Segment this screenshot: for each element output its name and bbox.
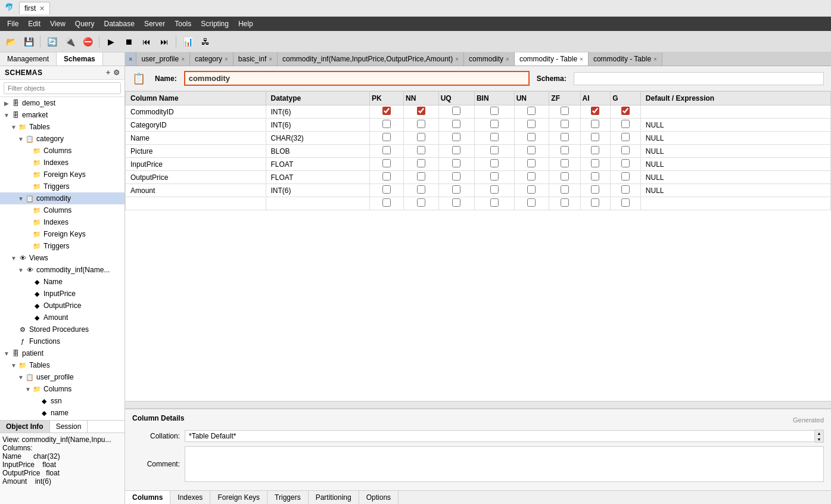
- toolbar-stop-btn[interactable]: ⏹: [120, 34, 137, 49]
- collation-input[interactable]: [185, 430, 815, 442]
- toolbar-connect-btn[interactable]: 🔌: [61, 34, 78, 49]
- panel-tab-schemas[interactable]: Schemas: [57, 52, 103, 66]
- tree-item[interactable]: ▼📁Columns: [0, 383, 125, 395]
- doc-tab-close[interactable]: ×: [269, 56, 272, 63]
- toolbar-schema-btn[interactable]: 🖧: [197, 34, 214, 49]
- tree-item[interactable]: ▼🗄emarket: [0, 109, 125, 121]
- doc-tab-1[interactable]: user_profile×: [136, 52, 190, 66]
- panel-tab-management[interactable]: Management: [0, 52, 57, 66]
- menu-view[interactable]: View: [45, 18, 70, 29]
- tree-item[interactable]: ▼📋user_profile: [0, 371, 125, 383]
- table-row[interactable]: AmountINT(6)NULL: [126, 184, 831, 197]
- tree-item[interactable]: 📁Columns: [0, 145, 125, 157]
- toolbar-next-btn[interactable]: ⏭: [156, 34, 173, 49]
- comment-textarea[interactable]: [185, 446, 824, 482]
- doc-tab-close[interactable]: ×: [653, 56, 657, 63]
- horizontal-scrollbar[interactable]: [125, 401, 831, 408]
- table-row[interactable]: [126, 197, 831, 210]
- table-row[interactable]: CategoryIDINT(6)NULL: [126, 119, 831, 132]
- tree-item[interactable]: ▼👁Views: [0, 252, 125, 264]
- tree-toggle[interactable]: ▼: [10, 362, 18, 369]
- tree-item[interactable]: ▼📁Tables: [0, 121, 125, 133]
- doc-tab-close[interactable]: ×: [225, 56, 228, 63]
- menu-query[interactable]: Query: [70, 18, 99, 29]
- tree-item[interactable]: ⚙Stored Procedures: [0, 323, 125, 335]
- tree-item[interactable]: ▶🗄demo_test: [0, 97, 125, 109]
- tree-item[interactable]: ◆ssn: [0, 395, 125, 407]
- editor-tab-options[interactable]: Options: [359, 491, 399, 504]
- menu-database[interactable]: Database: [99, 18, 139, 29]
- menu-scripting[interactable]: Scripting: [196, 18, 234, 29]
- bottom-tab-session[interactable]: Session: [50, 421, 88, 433]
- editor-tab-foreign-keys[interactable]: Foreign Keys: [210, 491, 267, 504]
- tree-item[interactable]: ▼📋category: [0, 133, 125, 145]
- toolbar-refresh-btn[interactable]: 🔄: [43, 34, 60, 49]
- tree-item[interactable]: ƒFunctions: [0, 335, 125, 347]
- tree-toggle[interactable]: ▼: [2, 350, 11, 357]
- schema-input[interactable]: [574, 72, 824, 85]
- editor-tab-triggers[interactable]: Triggers: [267, 491, 309, 504]
- menu-help[interactable]: Help: [234, 18, 258, 29]
- collation-down[interactable]: ▼: [815, 436, 823, 442]
- toolbar-disconnect-btn[interactable]: ⛔: [79, 34, 96, 49]
- window-tab-close[interactable]: ✕: [39, 5, 45, 13]
- tree-item[interactable]: 📁Indexes: [0, 157, 125, 169]
- toolbar-open-btn[interactable]: 📂: [2, 34, 19, 49]
- name-input[interactable]: [184, 71, 530, 86]
- doc-tab-4[interactable]: commodity_inf(Name,InputPrice,OutputPric…: [278, 52, 464, 66]
- menu-tools[interactable]: Tools: [170, 18, 196, 29]
- doc-tab-2[interactable]: category×: [190, 52, 234, 66]
- tree-item[interactable]: ▼🗄patient: [0, 347, 125, 359]
- tree-item[interactable]: ◆OutputPrice: [0, 300, 125, 312]
- toolbar-prev-btn[interactable]: ⏮: [138, 34, 155, 49]
- tree-item[interactable]: ▼👁commodity_inf(Name...: [0, 264, 125, 276]
- tree-toggle[interactable]: ▶: [2, 100, 11, 107]
- tree-item[interactable]: 📁Indexes: [0, 216, 125, 228]
- tree-item[interactable]: ▼📋commodity: [0, 192, 125, 204]
- doc-tab-close[interactable]: ×: [181, 56, 185, 63]
- editor-tab-indexes[interactable]: Indexes: [170, 491, 210, 504]
- tree-item[interactable]: ◆Name: [0, 276, 125, 288]
- menu-server[interactable]: Server: [139, 18, 170, 29]
- doc-tab-close[interactable]: ×: [455, 56, 459, 63]
- tree-item[interactable]: ▼📁Tables: [0, 359, 125, 371]
- editor-tab-partitioning[interactable]: Partitioning: [309, 491, 359, 504]
- table-row[interactable]: NameCHAR(32)NULL: [126, 132, 831, 145]
- tree-toggle[interactable]: ▼: [24, 386, 32, 393]
- tree-toggle[interactable]: ▼: [17, 374, 25, 381]
- toolbar-save-btn[interactable]: 💾: [20, 34, 37, 49]
- tree-toggle[interactable]: ▼: [10, 124, 18, 130]
- doc-tab-5[interactable]: commodity×: [464, 52, 515, 66]
- doc-tab-6[interactable]: commodity - Table×: [515, 52, 589, 66]
- table-row[interactable]: InputPriceFLOATNULL: [126, 158, 831, 171]
- tree-item[interactable]: 📁Foreign Keys: [0, 169, 125, 181]
- menu-edit[interactable]: Edit: [23, 18, 45, 29]
- doc-tab-close[interactable]: ×: [506, 56, 509, 63]
- tree-toggle[interactable]: ▼: [10, 255, 18, 262]
- doc-tab-0[interactable]: ×: [125, 52, 136, 66]
- toolbar-table-btn[interactable]: 📊: [179, 34, 196, 49]
- tree-item[interactable]: 📁Foreign Keys: [0, 228, 125, 240]
- doc-tab-7[interactable]: commodity - Table×: [589, 52, 662, 66]
- schemas-settings-btn[interactable]: ⚙: [113, 69, 120, 77]
- tree-item[interactable]: ◆name: [0, 407, 125, 419]
- tree-toggle[interactable]: ▼: [17, 267, 25, 273]
- menu-file[interactable]: File: [2, 18, 23, 29]
- table-row[interactable]: PictureBLOBNULL: [126, 145, 831, 158]
- tree-item[interactable]: 📁Triggers: [0, 240, 125, 252]
- doc-tab-3[interactable]: basic_inf×: [234, 52, 278, 66]
- tree-toggle[interactable]: ▼: [2, 112, 11, 119]
- tree-item[interactable]: ◆Amount: [0, 312, 125, 323]
- tree-toggle[interactable]: ▼: [17, 136, 25, 142]
- collation-up[interactable]: ▲: [815, 430, 823, 436]
- tree-item[interactable]: 📁Columns: [0, 204, 125, 216]
- tree-item[interactable]: ◆InputPrice: [0, 288, 125, 300]
- table-row[interactable]: CommodityIDINT(6): [126, 105, 831, 119]
- table-row[interactable]: OutputPriceFLOATNULL: [126, 171, 831, 184]
- editor-tab-columns[interactable]: Columns: [125, 491, 170, 504]
- bottom-tab-object-info[interactable]: Object Info: [0, 421, 50, 433]
- tree-item[interactable]: 📁Triggers: [0, 181, 125, 192]
- schemas-add-btn[interactable]: +: [106, 69, 111, 77]
- doc-tab-close[interactable]: ×: [580, 56, 583, 63]
- toolbar-run-btn[interactable]: ▶: [102, 34, 119, 49]
